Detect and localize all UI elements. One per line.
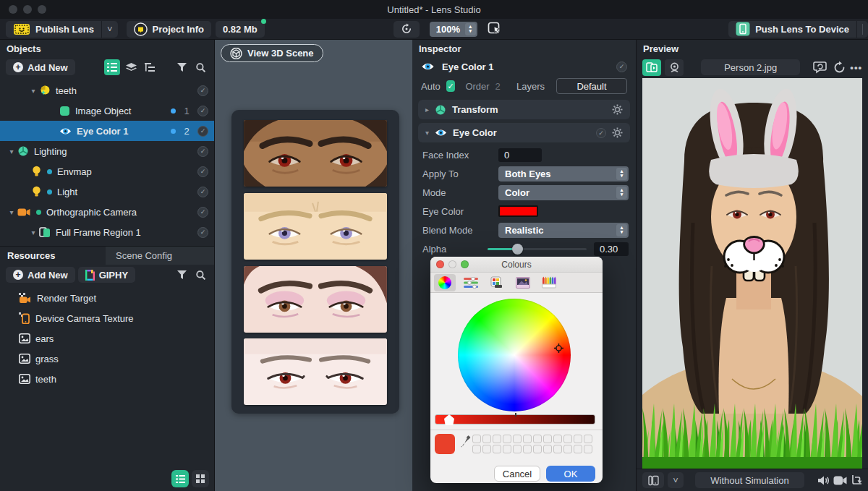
gear-icon[interactable] <box>612 127 623 138</box>
current-color-swatch[interactable] <box>435 434 455 454</box>
eye-color-swatch[interactable] <box>498 205 538 217</box>
color-palettes-tab[interactable] <box>486 274 508 291</box>
ok-button[interactable]: OK <box>546 466 595 482</box>
tab-scene-config[interactable]: Scene Config <box>106 247 214 265</box>
record-button[interactable] <box>833 476 847 485</box>
screenshot-button[interactable] <box>851 474 862 486</box>
eye-color-section-bar[interactable]: ▾ Eye Color ✓ <box>418 123 630 142</box>
alpha-slider[interactable] <box>488 244 587 254</box>
hierarchy-view-button[interactable] <box>142 59 158 75</box>
device-frame-button[interactable] <box>642 472 664 488</box>
reset-preview-button[interactable] <box>833 61 846 74</box>
auto-checkbox[interactable]: ✓ <box>446 80 456 92</box>
layers-select[interactable]: Default <box>556 78 627 94</box>
list-view-button[interactable] <box>104 59 120 75</box>
audio-button[interactable] <box>817 475 830 486</box>
brightness-thumb[interactable] <box>444 414 454 425</box>
tree-row-eye-color-1[interactable]: Eye Color 1 2 ✓ <box>0 121 214 141</box>
tree-row-lighting[interactable]: ▾ Lighting ✓ <box>0 141 214 161</box>
webcam-preview-button[interactable] <box>665 59 684 76</box>
tree-row-orthographic-camera[interactable]: ▾ Orthographic Camera ✓ <box>0 202 214 222</box>
zoom-window-icon[interactable] <box>38 5 46 14</box>
alpha-input[interactable]: 0.30 <box>594 242 629 256</box>
resource-grass[interactable]: grass <box>0 349 214 369</box>
preview-source-select[interactable]: Person 2.jpg <box>701 59 800 75</box>
expander-icon[interactable]: ▾ <box>6 148 17 155</box>
visibility-checkbox[interactable]: ✓ <box>197 106 208 116</box>
visibility-checkbox[interactable]: ✓ <box>197 126 208 137</box>
push-lens-dropdown[interactable] <box>856 21 868 38</box>
apply-to-select[interactable]: Both Eyes ▴▾ <box>498 166 629 182</box>
giphy-button[interactable]: GIPHY <box>78 267 135 283</box>
pencils-tab[interactable] <box>538 274 560 291</box>
zoom-stepper[interactable]: ▴▾ <box>465 23 476 35</box>
visibility-checkbox[interactable]: ✓ <box>197 85 208 96</box>
visibility-checkbox[interactable]: ✓ <box>197 146 208 157</box>
resource-device-camera-texture[interactable]: Device Camera Texture <box>0 308 214 328</box>
color-wheel-tab[interactable] <box>434 274 456 291</box>
tree-row-envmap[interactable]: Envmap ✓ <box>0 161 214 182</box>
project-size-badge[interactable]: 0.82 Mb <box>216 21 265 38</box>
minimize-window-icon[interactable] <box>23 5 32 14</box>
visibility-checkbox[interactable]: ✓ <box>197 227 208 238</box>
media-preview-button[interactable] <box>642 59 661 76</box>
component-enabled-checkbox[interactable]: ✓ <box>596 128 606 138</box>
more-options-button[interactable]: ••• <box>850 62 862 73</box>
visibility-checkbox[interactable]: ✓ <box>197 207 208 218</box>
resource-teeth[interactable]: teeth <box>0 369 214 389</box>
slider-thumb[interactable] <box>512 244 523 255</box>
view-3d-scene-button[interactable]: View 3D Scene <box>221 44 323 62</box>
resource-list-view-button[interactable] <box>171 470 189 487</box>
saved-swatches-grid[interactable] <box>472 435 592 453</box>
mode-select[interactable]: Color ▴▾ <box>498 185 629 200</box>
publish-lens-button[interactable]: Publish Lens <box>6 21 101 38</box>
zoom-select[interactable]: 100% ▴▾ <box>430 22 477 37</box>
reset-view-button[interactable] <box>393 21 420 38</box>
close-dialog-icon[interactable] <box>436 260 444 268</box>
expander-icon[interactable]: ▾ <box>425 129 429 137</box>
eyedropper-icon[interactable] <box>459 435 471 453</box>
minimize-dialog-icon[interactable] <box>448 260 456 268</box>
device-frame-dropdown[interactable]: ˅ <box>668 472 684 488</box>
search-resources-button[interactable] <box>192 267 208 283</box>
resource-render-target[interactable]: Render Target <box>0 288 214 308</box>
dialog-window-controls[interactable] <box>436 260 469 268</box>
resource-ears[interactable]: ears <box>0 328 214 349</box>
blend-mode-select[interactable]: Realistic ▴▾ <box>498 223 629 238</box>
gear-icon[interactable] <box>612 104 623 115</box>
resource-grid-view-button[interactable] <box>192 470 209 487</box>
tree-row-image-object[interactable]: Image Object 1 ✓ <box>0 101 214 121</box>
add-new-object-button[interactable]: + Add New <box>6 59 75 75</box>
enabled-checkbox[interactable]: ✓ <box>616 61 627 72</box>
visibility-checkbox[interactable]: ✓ <box>197 187 208 197</box>
visibility-checkbox[interactable]: ✓ <box>197 166 208 177</box>
expander-icon[interactable]: ▾ <box>6 208 17 216</box>
color-wheel-cursor[interactable] <box>554 343 563 353</box>
snap-comment-button[interactable] <box>813 61 829 74</box>
brightness-slider[interactable] <box>435 414 595 424</box>
expander-icon[interactable]: ▾ <box>27 229 39 236</box>
tree-row-full-frame-region[interactable]: ▾ Full Frame Region 1 ✓ <box>0 222 214 242</box>
layers-view-button[interactable] <box>123 59 139 75</box>
window-controls[interactable] <box>9 5 46 14</box>
project-info-button[interactable]: Project Info <box>127 21 212 38</box>
color-sliders-tab[interactable] <box>460 274 482 291</box>
scene-viewport[interactable]: View 3D Scene <box>215 40 412 491</box>
transform-section-bar[interactable]: ▸ Transform <box>418 100 630 119</box>
face-index-input[interactable]: 0 <box>498 148 542 162</box>
push-lens-button[interactable]: Push Lens To Device <box>728 21 856 38</box>
color-wheel[interactable] <box>458 299 571 411</box>
add-new-resource-button[interactable]: + Add New <box>6 267 75 283</box>
tree-row-teeth[interactable]: ▾ teeth ✓ <box>0 80 214 101</box>
select-tool-button[interactable] <box>488 22 502 36</box>
cancel-button[interactable]: Cancel <box>494 466 540 482</box>
expander-icon[interactable]: ▸ <box>425 106 429 114</box>
close-window-icon[interactable] <box>9 5 17 14</box>
tab-resources[interactable]: Resources <box>0 247 106 265</box>
image-palettes-tab[interactable] <box>512 274 534 291</box>
zoom-dialog-icon[interactable] <box>461 260 469 268</box>
filter-objects-button[interactable] <box>174 59 190 75</box>
tree-row-light[interactable]: Light ✓ <box>0 182 214 202</box>
expander-icon[interactable]: ▾ <box>27 87 39 95</box>
simulation-select[interactable]: Without Simulation <box>695 472 804 488</box>
